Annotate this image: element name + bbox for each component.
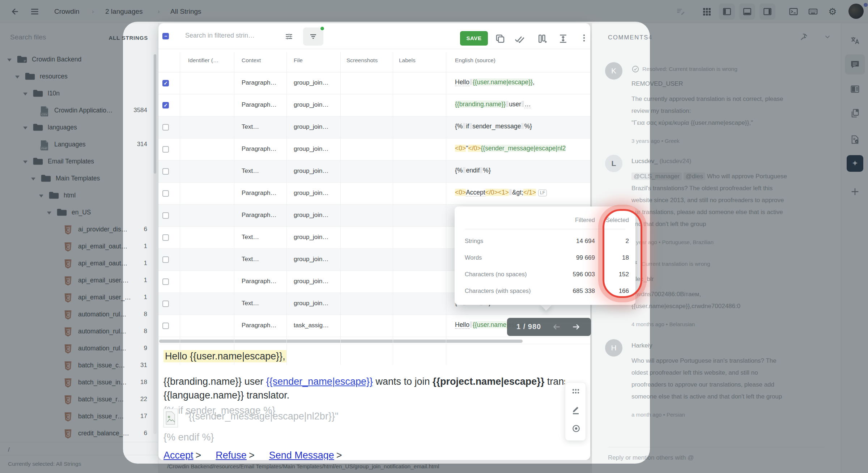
expand-arrow-icon[interactable] — [39, 195, 43, 197]
mention-chip[interactable]: @dies — [684, 172, 705, 180]
select-all-checkbox[interactable]: − — [162, 33, 169, 39]
comment-author[interactable]: Harkeiy — [631, 342, 652, 349]
app-logo-icon[interactable]: ✦ — [847, 155, 863, 172]
add-column-icon[interactable] — [537, 33, 548, 46]
comment-author[interactable]: REMOVED_USER — [631, 80, 683, 88]
action-link-refuse[interactable]: Refuse — [216, 450, 247, 461]
pages-bookmark-icon[interactable] — [845, 103, 865, 123]
expand-arrow-icon[interactable] — [23, 93, 27, 95]
kebab-menu-icon[interactable] — [579, 33, 589, 44]
breadcrumb-all-strings[interactable]: All Strings — [170, 0, 201, 23]
tree-file-batch-issue-c-[interactable]: batch_issue_c…31 — [0, 357, 158, 374]
tree-file-api-email-user-[interactable]: api_email_user_…1 — [0, 289, 158, 306]
row-checkbox[interactable] — [162, 212, 169, 219]
tree-file-automation-rul-[interactable]: automation_rul…8 — [0, 306, 158, 323]
column-header-context[interactable]: Context — [242, 57, 261, 64]
add-panel-plus-icon[interactable] — [845, 182, 865, 202]
edit-pencil-icon[interactable] — [571, 405, 580, 416]
comments-tab-icon[interactable] — [845, 54, 865, 74]
search-files-input[interactable]: Search files — [10, 33, 46, 41]
translate-edit-icon[interactable] — [674, 5, 687, 18]
comment-author[interactable]: Lucsdev_ (lucsdev24) — [631, 158, 691, 165]
table-row[interactable]: Paragraph…group_join…<0>"</0>{{sender_me… — [158, 139, 590, 161]
tree-folder-languages[interactable]: languages — [0, 119, 158, 136]
expand-arrow-icon[interactable] — [7, 59, 12, 61]
translate-icon[interactable] — [845, 30, 865, 51]
all-strings-mode-label[interactable]: ALL STRINGS — [109, 35, 148, 41]
row-checkbox[interactable] — [162, 146, 169, 153]
row-checkbox[interactable] — [162, 323, 169, 329]
avatar[interactable] — [848, 4, 864, 19]
row-checkbox[interactable]: ✓ — [162, 102, 169, 108]
column-header-identifier-[interactable]: Identifier (… — [188, 57, 218, 64]
tree-file-automation-rul-[interactable]: automation_rul…8 — [0, 323, 158, 340]
back-arrow-icon[interactable] — [9, 5, 22, 18]
tune-settings-icon[interactable] — [284, 32, 294, 43]
tree-folder-html[interactable]: html — [0, 187, 158, 204]
copy-translation-icon[interactable] — [495, 33, 506, 46]
chevron-down-icon[interactable] — [824, 33, 831, 42]
row-checkbox[interactable] — [162, 256, 169, 263]
row-checkbox[interactable] — [162, 124, 169, 131]
more-grid-icon[interactable] — [571, 388, 580, 396]
row-checkbox[interactable] — [162, 301, 169, 307]
breadcrumb-project[interactable]: Crowdin — [54, 0, 80, 23]
column-header-file[interactable]: File — [294, 57, 303, 64]
file-info-icon[interactable] — [845, 129, 865, 150]
expand-arrow-icon[interactable] — [23, 161, 27, 163]
sidebar-scrollbar-thumb[interactable] — [154, 54, 156, 174]
next-page-arrow-icon[interactable] — [571, 322, 581, 333]
table-row[interactable]: Text…group_join…{%endif%} — [158, 161, 590, 183]
horizontal-scrollbar-thumb[interactable] — [159, 340, 523, 343]
tree-folder-resources[interactable]: resources — [0, 68, 158, 85]
tree-file-api-email-oaut-[interactable]: api_email_oaut…1 — [0, 255, 158, 272]
terminal-icon[interactable] — [787, 5, 800, 18]
table-row[interactable]: Paragraph…group_join…<0>Accept</0><1>&gt… — [158, 183, 590, 205]
tree-file-ai-provider-dis-[interactable]: ai_provider_dis…6 — [0, 221, 158, 238]
layout-left-panel-button[interactable] — [719, 4, 735, 20]
row-checkbox[interactable] — [162, 168, 169, 175]
tree-file-batch-issue-r-[interactable]: batch_issue_r…17 — [0, 408, 158, 425]
tree-file-batch-issue-r-[interactable]: batch_issue_r…22 — [0, 391, 158, 408]
search-filtered-strings-input[interactable]: Search in filtered strin… — [185, 32, 255, 39]
column-header-labels[interactable]: Labels — [399, 57, 416, 64]
tree-file-automation-rul-[interactable]: automation_rul…9 — [0, 340, 158, 357]
table-row[interactable]: ✓Paragraph…group_join…{{branding.name}}u… — [158, 94, 590, 116]
column-header-english-source-[interactable]: English (source) — [455, 57, 495, 64]
reply-input[interactable]: Reply or mention others with @ — [608, 454, 694, 461]
expand-arrow-icon[interactable] — [23, 127, 27, 129]
expand-arrow-icon[interactable] — [47, 212, 51, 214]
tree-folder-main-templates[interactable]: Main Templates — [0, 170, 158, 187]
gear-icon[interactable]: ⚙ — [826, 5, 839, 18]
expand-arrow-icon[interactable] — [15, 76, 20, 78]
save-button[interactable]: SAVE — [460, 31, 488, 46]
layout-bottom-panel-button[interactable] — [739, 4, 755, 20]
table-row[interactable]: ✓Paragraph…group_join…Hello{{user.name|e… — [158, 72, 590, 94]
breadcrumb-languages[interactable]: 2 languages — [105, 0, 143, 23]
tree-file-languages[interactable]: PHPLanguages314 — [0, 136, 158, 153]
row-checkbox[interactable] — [162, 278, 169, 285]
tree-file-api-email-oaut-[interactable]: api_email_oaut…1 — [0, 238, 158, 255]
row-checkbox[interactable] — [162, 190, 169, 197]
tree-file-credit-balance-[interactable]: credit_balance_…6 — [0, 425, 158, 442]
keyboard-icon[interactable] — [807, 5, 820, 18]
approve-all-icon[interactable] — [514, 33, 526, 46]
expand-arrow-icon[interactable] — [31, 178, 35, 180]
tree-file-crowdin-applicatio-[interactable]: CSVCrowdin Applicatio…3584 — [0, 102, 158, 119]
hamburger-menu-icon[interactable] — [28, 5, 41, 18]
preview-link[interactable]: {{sender_name|escape}} — [266, 376, 373, 387]
prev-page-arrow-icon[interactable] — [552, 322, 561, 333]
tree-folder-crowdin-backend[interactable]: PCrowdin Backend — [0, 51, 158, 68]
mention-chip[interactable]: @CLS_manager — [631, 172, 682, 180]
tree-file-batch-issue-in-[interactable]: batch_issue_in…18 — [0, 374, 158, 391]
tree-file-api-email-user-[interactable]: api_email_user.…1 — [0, 272, 158, 289]
tree-folder-en-us[interactable]: en_US — [0, 204, 158, 221]
row-checkbox[interactable]: ✓ — [162, 80, 169, 86]
action-link-accept[interactable]: Accept — [163, 450, 193, 461]
pin-icon[interactable] — [800, 33, 808, 43]
sidebar-notes-icon[interactable] — [845, 79, 865, 99]
table-row[interactable]: Text…group_join…{%ifsender_message%} — [158, 116, 590, 139]
action-link-send-message[interactable]: Send Message — [269, 450, 334, 461]
grid-view-icon[interactable] — [700, 5, 713, 18]
tree-folder-email-templates[interactable]: Email Templates — [0, 153, 158, 170]
